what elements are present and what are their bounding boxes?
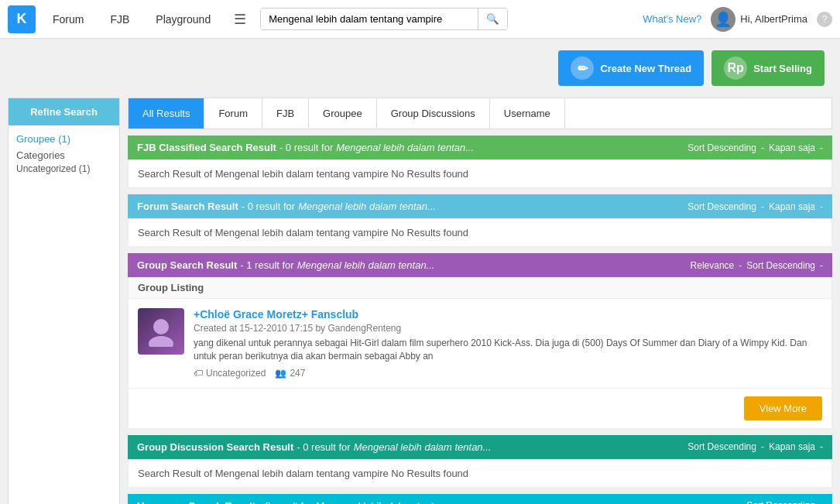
start-selling-label: Start Selling: [753, 63, 812, 74]
forum-result-query: Mengenal lebih dalam tentan...: [298, 201, 436, 212]
group-result-count: - 1 result for: [240, 259, 293, 271]
group-listing-header: Group Listing: [128, 277, 832, 299]
fjb-result-header: FJB Classified Search Result - 0 result …: [128, 135, 832, 159]
group-discussion-when-sep: -: [820, 441, 823, 452]
user-greeting: Hi, AlbertPrima: [740, 13, 807, 25]
username-result-count: - 0 result for: [259, 500, 312, 504]
group-discussion-sort-sep: -: [761, 441, 764, 452]
help-icon[interactable]: ?: [817, 12, 832, 27]
fjb-result-count: - 0 result for: [279, 142, 333, 153]
forum-result-count: - 0 result for: [242, 201, 295, 212]
group-discussion-header: Group Discussion Search Result - 0 resul…: [128, 435, 832, 459]
group-list-item: +Chloë Grace Moretz+ Fansclub Created at…: [128, 299, 832, 389]
action-area: ✏ Create New Thread Rp Start Selling: [0, 39, 840, 98]
group-relevance-label[interactable]: Relevance: [691, 260, 735, 271]
group-members-count: 247: [290, 368, 305, 379]
forum-result-body: Search Result of Mengenal lebih dalam te…: [128, 218, 832, 247]
group-discussion-query: Mengenal lebih dalam tentan...: [354, 441, 492, 453]
fjb-header-left: FJB Classified Search Result - 0 result …: [137, 142, 474, 153]
group-info: +Chloë Grace Moretz+ Fansclub Created at…: [194, 308, 822, 379]
group-discussion-title: Group Discussion Search Result: [137, 441, 293, 453]
username-sort-label[interactable]: Sort Descending: [746, 500, 815, 504]
group-name[interactable]: +Chloë Grace Moretz+ Fansclub: [194, 308, 822, 321]
start-selling-button[interactable]: Rp Start Selling: [711, 50, 825, 86]
fjb-sort-sep: -: [761, 142, 764, 153]
create-thread-button[interactable]: ✏ Create New Thread: [558, 50, 704, 86]
username-sort-sep: -: [820, 500, 823, 504]
group-discussion-header-left: Group Discussion Search Result - 0 resul…: [137, 441, 491, 453]
group-result-section: Group Search Result - 1 result for Menge…: [128, 253, 832, 429]
group-rel-sep: -: [739, 260, 742, 271]
forum-sort-label[interactable]: Sort Descending: [687, 201, 756, 212]
tab-group-discussions[interactable]: Group Discussions: [377, 98, 490, 129]
tab-groupee[interactable]: Groupee: [309, 98, 377, 129]
tabs: All Results Forum FJB Groupee Group Disc…: [128, 98, 832, 129]
logo[interactable]: K: [8, 5, 36, 33]
group-avatar-inner: [138, 308, 184, 355]
group-sort-sep: -: [820, 260, 823, 271]
forum-result-header: Forum Search Result - 0 result for Menge…: [128, 194, 832, 218]
view-more-area: View More: [128, 389, 832, 429]
sidebar-groupee[interactable]: Groupee (1): [16, 133, 111, 145]
group-result-title: Group Search Result: [137, 259, 237, 271]
nav-playground[interactable]: Playground: [146, 13, 220, 26]
hamburger-icon[interactable]: ☰: [228, 11, 252, 28]
search-button[interactable]: 🔍: [478, 9, 507, 29]
group-members-icon: 👥 247: [275, 368, 305, 379]
forum-result-section: Forum Search Result - 0 result for Menge…: [128, 194, 832, 247]
navbar: K Forum FJB Playground ☰ 🔍 What's New? 👤…: [0, 0, 840, 39]
group-result-query: Mengenal lebih dalam tentan...: [297, 259, 435, 271]
group-tag-label: Uncategorized: [206, 368, 266, 379]
user-avatar-area[interactable]: 👤 Hi, AlbertPrima: [711, 7, 807, 32]
sidebar-uncategorized[interactable]: Uncategorized (1): [16, 163, 111, 174]
whats-new-link[interactable]: What's New?: [643, 13, 701, 25]
username-result-header: Username Search Result - 0 result for Me…: [128, 494, 832, 504]
username-header-right: Sort Descending -: [746, 500, 823, 504]
fjb-when-sep: -: [820, 142, 823, 153]
forum-result-title: Forum Search Result: [137, 201, 238, 212]
username-result-query: Mengenal lebih dalam tentan...: [316, 500, 454, 504]
tab-forum[interactable]: Forum: [204, 98, 262, 129]
svg-point-0: [153, 319, 169, 334]
tab-fjb[interactable]: FJB: [262, 98, 309, 129]
group-header-left: Group Search Result - 1 result for Menge…: [137, 259, 434, 271]
sidebar: Refine Search Groupee (1) Categories Unc…: [8, 98, 120, 504]
username-header-left: Username Search Result - 0 result for Me…: [137, 500, 453, 504]
search-bar: 🔍: [260, 8, 508, 30]
forum-when-label[interactable]: Kapan saja: [769, 201, 815, 212]
main-layout: Refine Search Groupee (1) Categories Unc…: [0, 98, 840, 504]
forum-sort-sep: -: [761, 201, 764, 212]
group-discussion-sort-label[interactable]: Sort Descending: [687, 441, 756, 452]
group-header-right: Relevance - Sort Descending -: [691, 260, 823, 271]
nav-fjb[interactable]: FJB: [101, 13, 139, 26]
group-discussion-body: Search Result of Mengenal lebih dalam te…: [128, 459, 832, 488]
nav-forum[interactable]: Forum: [43, 13, 93, 26]
search-input[interactable]: [261, 9, 478, 29]
group-result-header: Group Search Result - 1 result for Menge…: [128, 253, 832, 277]
fjb-result-section: FJB Classified Search Result - 0 result …: [128, 135, 832, 188]
refine-search-button[interactable]: Refine Search: [9, 98, 119, 125]
fjb-header-right: Sort Descending - Kapan saja -: [687, 142, 823, 153]
svg-point-1: [149, 336, 173, 347]
group-avatar: [138, 308, 184, 355]
group-meta: Created at 15-12-2010 17:15 by GandengRe…: [194, 323, 822, 334]
fjb-result-title: FJB Classified Search Result: [137, 142, 276, 153]
fjb-when-label[interactable]: Kapan saja: [769, 142, 815, 153]
group-discussion-header-right: Sort Descending - Kapan saja -: [687, 441, 823, 452]
group-tags: 🏷 Uncategorized 👥 247: [194, 368, 822, 379]
fjb-sort-label[interactable]: Sort Descending: [687, 142, 756, 153]
group-discussion-count: - 0 result for: [297, 441, 350, 453]
username-result-section: Username Search Result - 0 result for Me…: [128, 494, 832, 504]
fjb-result-body: Search Result of Mengenal lebih dalam te…: [128, 159, 832, 188]
avatar: 👤: [711, 7, 735, 32]
group-discussion-when-label[interactable]: Kapan saja: [769, 441, 815, 452]
forum-header-right: Sort Descending - Kapan saja -: [687, 201, 823, 212]
username-result-title: Username Search Result: [137, 500, 255, 504]
group-discussion-result-section: Group Discussion Search Result - 0 resul…: [128, 435, 832, 488]
tab-username[interactable]: Username: [490, 98, 565, 129]
nav-right: What's New? 👤 Hi, AlbertPrima ?: [643, 7, 832, 32]
tab-all-results[interactable]: All Results: [129, 98, 204, 129]
group-sort-label[interactable]: Sort Descending: [746, 260, 815, 271]
view-more-button[interactable]: View More: [744, 396, 822, 420]
group-desc: yang dikenal untuk perannya sebagai Hit-…: [194, 337, 822, 363]
